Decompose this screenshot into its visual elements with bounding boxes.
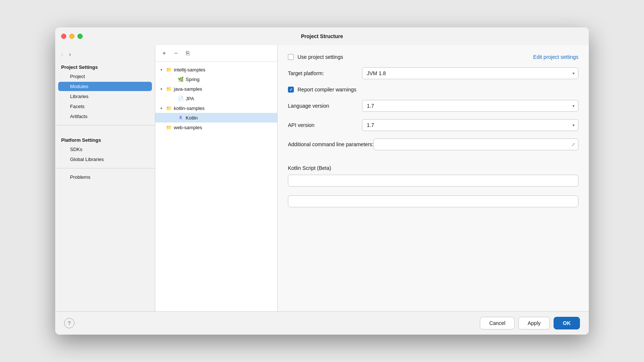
- tree-item-label: web-samples: [174, 125, 202, 130]
- title-bar: Project Structure: [55, 27, 589, 45]
- sidebar-item-project[interactable]: Project: [58, 72, 152, 81]
- target-platform-label: Target platform:: [288, 70, 362, 76]
- sidebar-item-problems[interactable]: Problems: [58, 172, 152, 182]
- tree-item-label: intellij-samples: [174, 67, 205, 73]
- dialog-body: ‹ › Project Settings Project Modules Lib…: [55, 45, 589, 311]
- tree-content: ▾ 📁 intellij-samples 🌿 Spring ▾ 📁: [155, 62, 277, 311]
- use-project-settings-checkbox[interactable]: [288, 54, 294, 60]
- language-version-select[interactable]: 1.6 1.7 1.8 1.9 2.0: [362, 100, 578, 112]
- content-area: + − ⎘ ▾ 📁 intellij-samples 🌿 Sp: [155, 45, 589, 311]
- sidebar: ‹ › Project Settings Project Modules Lib…: [55, 45, 155, 311]
- sidebar-item-facets[interactable]: Facets: [58, 102, 152, 111]
- language-version-label: Language version: [288, 103, 362, 109]
- project-structure-dialog: Project Structure ‹ › Project Settings P…: [55, 27, 589, 335]
- spacer: [170, 76, 176, 82]
- tree-item-web-samples[interactable]: 📁 web-samples: [155, 123, 277, 132]
- target-platform-select[interactable]: JVM 1.8 JVM 11 JVM 17 JVM 21 JS Native: [362, 67, 578, 79]
- tree-item-kotlin[interactable]: K Kotlin: [155, 113, 277, 123]
- spacer: [158, 124, 164, 130]
- report-compiler-warnings-wrapper: Report compiler warnings: [288, 87, 356, 93]
- kotlin-script-inputs: [288, 175, 578, 212]
- kotlin-script-input-2[interactable]: [288, 195, 578, 207]
- api-version-label: API version: [288, 122, 362, 128]
- kotlin-icon: K: [177, 114, 184, 121]
- tree-toolbar: + − ⎘: [155, 45, 277, 62]
- tree-item-label: kotlin-samples: [174, 105, 205, 111]
- additional-cmd-input[interactable]: [374, 138, 578, 150]
- chevron-down-icon: ▾: [158, 86, 164, 92]
- expand-icon[interactable]: ⤢: [571, 142, 575, 147]
- tree-item-label: java-samples: [174, 86, 202, 92]
- close-button[interactable]: [61, 34, 66, 39]
- chevron-down-icon: ▾: [158, 105, 164, 111]
- api-version-select[interactable]: 1.6 1.7 1.8 1.9 2.0: [362, 119, 578, 131]
- api-version-row: API version 1.6 1.7 1.8 1.9 2.0 ▾: [288, 119, 578, 131]
- api-version-select-wrapper: 1.6 1.7 1.8 1.9 2.0 ▾: [362, 119, 578, 131]
- language-version-row: Language version 1.6 1.7 1.8 1.9 2.0 ▾: [288, 100, 578, 112]
- tree-item-label: JPA: [186, 96, 194, 101]
- spacer: [170, 115, 176, 121]
- tree-item-spring[interactable]: 🌿 Spring: [155, 74, 277, 84]
- kotlin-script-section: Kotlin Script (Beta): [288, 165, 578, 212]
- tree-item-jpa[interactable]: 📄 JPA: [155, 94, 277, 103]
- additional-cmd-row: Additional command line parameters: ⤢: [288, 138, 578, 150]
- apply-button[interactable]: Apply: [518, 317, 550, 329]
- report-compiler-warnings-row: Report compiler warnings: [288, 87, 578, 93]
- dialog-title: Project Structure: [301, 33, 343, 39]
- target-platform-select-wrapper: JVM 1.8 JVM 11 JVM 17 JVM 21 JS Native ▾: [362, 67, 578, 79]
- forward-arrow-icon[interactable]: ›: [69, 51, 71, 58]
- tree-panel: + − ⎘ ▾ 📁 intellij-samples 🌿 Sp: [155, 45, 278, 311]
- copy-module-button[interactable]: ⎘: [183, 49, 192, 58]
- report-compiler-warnings-label: Report compiler warnings: [298, 87, 356, 93]
- sidebar-item-global-libraries[interactable]: Global Libraries: [58, 155, 152, 164]
- minimize-button[interactable]: [69, 34, 74, 39]
- project-settings-header: Project Settings: [55, 62, 155, 71]
- folder-icon: 📁: [166, 66, 172, 73]
- top-form-row: Use project settings Edit project settin…: [288, 54, 578, 60]
- language-version-select-wrapper: 1.6 1.7 1.8 1.9 2.0 ▾: [362, 100, 578, 112]
- ok-button[interactable]: OK: [554, 317, 580, 329]
- edit-project-settings-link[interactable]: Edit project settings: [533, 54, 578, 60]
- tree-item-label: Kotlin: [186, 115, 198, 121]
- tree-item-kotlin-samples[interactable]: ▾ 📁 kotlin-samples: [155, 103, 277, 113]
- footer-left: ?: [64, 318, 74, 328]
- dialog-footer: ? Cancel Apply OK: [55, 311, 589, 335]
- back-arrow-icon[interactable]: ‹: [61, 51, 63, 58]
- remove-module-button[interactable]: −: [172, 49, 180, 58]
- target-platform-row: Target platform: JVM 1.8 JVM 11 JVM 17 J…: [288, 67, 578, 79]
- sidebar-item-artifacts[interactable]: Artifacts: [58, 112, 152, 121]
- additional-cmd-label: Additional command line parameters:: [288, 141, 374, 147]
- sidebar-separator-2: [55, 168, 155, 168]
- tree-item-label: Spring: [186, 77, 200, 82]
- nav-back: ‹ ›: [55, 49, 155, 62]
- folder-icon: 📁: [166, 124, 172, 131]
- folder-icon: 📁: [166, 105, 172, 111]
- sidebar-item-sdks[interactable]: SDKs: [58, 145, 152, 154]
- chevron-down-icon: ▾: [158, 67, 164, 73]
- folder-icon: 📁: [166, 86, 172, 92]
- main-panel: Use project settings Edit project settin…: [278, 45, 589, 311]
- report-compiler-warnings-checkbox[interactable]: [288, 87, 294, 93]
- spacer: [170, 95, 176, 101]
- use-project-settings-label: Use project settings: [298, 54, 343, 60]
- sidebar-item-libraries[interactable]: Libraries: [58, 92, 152, 101]
- platform-settings-header: Platform Settings: [55, 135, 155, 144]
- tree-item-java-samples[interactable]: ▾ 📁 java-samples: [155, 84, 277, 94]
- help-button[interactable]: ?: [64, 318, 74, 328]
- sidebar-item-modules[interactable]: Modules: [58, 82, 152, 91]
- cancel-button[interactable]: Cancel: [480, 317, 515, 329]
- traffic-lights: [61, 34, 83, 39]
- use-project-settings-wrapper: Use project settings: [288, 54, 343, 60]
- additional-cmd-input-wrapper: ⤢: [374, 138, 578, 150]
- kotlin-script-input-1[interactable]: [288, 175, 578, 187]
- kotlin-script-label: Kotlin Script (Beta): [288, 165, 578, 171]
- sidebar-separator: [55, 125, 155, 125]
- tree-item-intellij-samples[interactable]: ▾ 📁 intellij-samples: [155, 65, 277, 74]
- spring-icon: 🌿: [177, 76, 184, 83]
- module-icon: 📄: [177, 95, 184, 102]
- add-module-button[interactable]: +: [160, 49, 169, 58]
- maximize-button[interactable]: [77, 34, 83, 39]
